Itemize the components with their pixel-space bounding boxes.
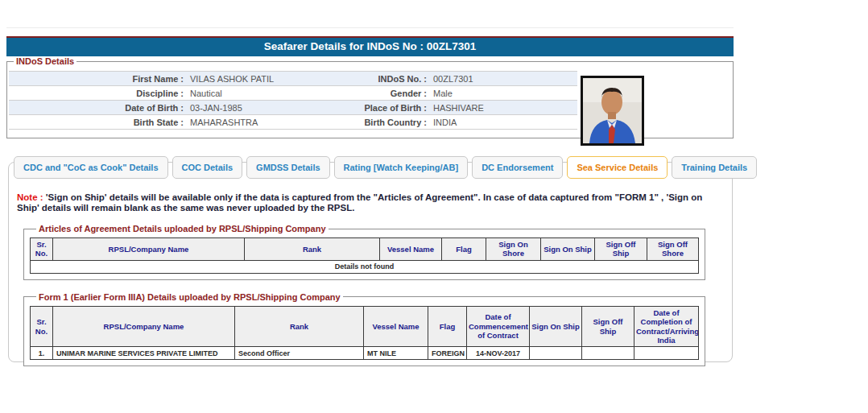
note-text: Note : 'Sign on Ship' details will be av… [17, 192, 716, 213]
indos-row-3: Date of Birth : 03-JAN-1985 Place of Bir… [9, 101, 577, 115]
top-divider [6, 27, 734, 28]
indos-details-legend: INDoS Details [14, 56, 76, 66]
form1-table-header-row: Sr. No. RPSL/Company Name Rank Vessel Na… [31, 306, 699, 347]
discipline-label: Discipline : [9, 89, 188, 98]
details-not-found-message: Details not found [31, 260, 699, 273]
discipline-value: Nautical [188, 89, 333, 98]
col-sign-off-ship: Sign Off Ship [582, 306, 634, 347]
place-of-birth-value: HASHIVARE [431, 103, 576, 113]
tab-bar: CDC and "CoC as Cook" Details COC Detail… [14, 156, 757, 179]
col-date-of-completion-of-contract-arriving-india: Date of Completion of Contract/Arriving … [634, 306, 699, 347]
gender-label: Gender : [333, 89, 431, 98]
date-of-birth-label: Date of Birth : [9, 103, 188, 113]
indos-row-2: Discipline : Nautical Gender : Male [9, 86, 577, 101]
page-title-text: Seafarer Details for INDoS No : 00ZL7301 [264, 40, 476, 52]
tab-rating-watch-keeping-ab[interactable]: Rating [Watch Keeping/AB] [334, 156, 469, 179]
sea-service-panel: Note : 'Sign on Ship' details will be av… [8, 162, 733, 362]
gender-value: Male [431, 89, 576, 98]
cell-vessel-name: MT NILE [364, 347, 428, 360]
date-of-birth-value: 03-JAN-1985 [188, 103, 333, 113]
birth-country-label: Birth Country : [333, 118, 431, 127]
indos-details-section: INDoS Details First Name : VILAS ASHOK P… [6, 56, 734, 138]
col-sign-off-shore: Sign Off Shore [647, 238, 699, 261]
form1-table: Sr. No. RPSL/Company Name Rank Vessel Na… [30, 306, 699, 361]
cell-date-of-completion [634, 347, 699, 360]
cell-sign-off-ship [582, 347, 634, 360]
form1-table-row: 1. UNIMAR MARINE SERVICES PRIVATE LIMITE… [31, 347, 699, 360]
tab-sea-service-details[interactable]: Sea Service Details [567, 156, 668, 179]
form1-details-section: Form 1 (Earlier Form IIIA) Details uploa… [23, 292, 705, 367]
form1-details-legend: Form 1 (Earlier Form IIIA) Details uploa… [36, 292, 343, 302]
birth-country-value: INDIA [431, 118, 576, 127]
col-vessel-name: Vessel Name [380, 238, 442, 261]
seafarer-details-page: Seafarer Details for INDoS No : 00ZL7301… [0, 0, 868, 413]
indos-row-4: Birth State : MAHARASHTRA Birth Country … [9, 115, 577, 130]
cell-date-of-commencement: 14-NOV-2017 [467, 347, 530, 360]
page-title: Seafarer Details for INDoS No : 00ZL7301 [6, 36, 734, 56]
tab-cdc-and-coc-as-cook-details[interactable]: CDC and "CoC as Cook" Details [14, 156, 168, 179]
tab-training-details[interactable]: Training Details [672, 156, 757, 179]
birth-state-value: MAHARASHTRA [188, 118, 333, 127]
col-flag: Flag [442, 238, 486, 261]
cell-flag: FOREIGN [428, 347, 467, 360]
col-rank: Rank [235, 306, 364, 347]
col-rpsl-company-name: RPSL/Company Name [53, 238, 245, 261]
tab-dc-endorsement[interactable]: DC Endorsement [472, 156, 563, 179]
agreement-details-legend: Articles of Agreement Details uploaded b… [36, 224, 329, 233]
indos-details-grid: First Name : VILAS ASHOK PATIL INDoS No.… [9, 71, 577, 130]
note-body: 'Sign on Ship' details will be available… [17, 192, 702, 213]
cell-rpsl-company-name: UNIMAR MARINE SERVICES PRIVATE LIMITED [53, 347, 235, 360]
col-sr-no: Sr. No. [31, 238, 53, 261]
col-flag: Flag [428, 306, 467, 347]
first-name-value: VILAS ASHOK PATIL [188, 74, 333, 84]
birth-state-label: Birth State : [9, 118, 188, 127]
agreement-details-section: Articles of Agreement Details uploaded b… [23, 224, 705, 280]
cell-sr-no: 1. [31, 347, 53, 360]
col-vessel-name: Vessel Name [364, 306, 428, 347]
place-of-birth-label: Place of Birth : [333, 103, 431, 113]
tab-gmdss-details[interactable]: GMDSS Details [246, 156, 329, 179]
indos-no-label: INDoS No. : [333, 74, 431, 84]
indos-row-1: First Name : VILAS ASHOK PATIL INDoS No.… [9, 72, 577, 86]
seafarer-photo [581, 76, 644, 146]
cell-rank: Second Officer [235, 347, 364, 360]
col-sign-off-ship: Sign Off Ship [595, 238, 647, 261]
col-sign-on-ship: Sign On Ship [541, 238, 595, 261]
col-date-of-commencement-of-contract: Date of Commencement of Contract [467, 306, 530, 347]
agreement-table: Sr. No. RPSL/Company Name Rank Vessel Na… [30, 237, 699, 274]
tab-coc-details[interactable]: COC Details [172, 156, 243, 179]
cell-sign-on-ship [530, 347, 582, 360]
col-rpsl-company-name: RPSL/Company Name [53, 306, 235, 347]
col-sign-on-shore: Sign On Shore [486, 238, 541, 261]
col-rank: Rank [245, 238, 380, 261]
first-name-label: First Name : [9, 74, 188, 84]
col-sign-on-ship: Sign On Ship [530, 306, 582, 347]
agreement-table-header-row: Sr. No. RPSL/Company Name Rank Vessel Na… [31, 238, 699, 261]
note-prefix: Note : [17, 192, 43, 202]
agreement-table-empty-row: Details not found [31, 260, 699, 273]
col-sr-no: Sr. No. [31, 306, 53, 347]
indos-no-value: 00ZL7301 [431, 74, 576, 84]
